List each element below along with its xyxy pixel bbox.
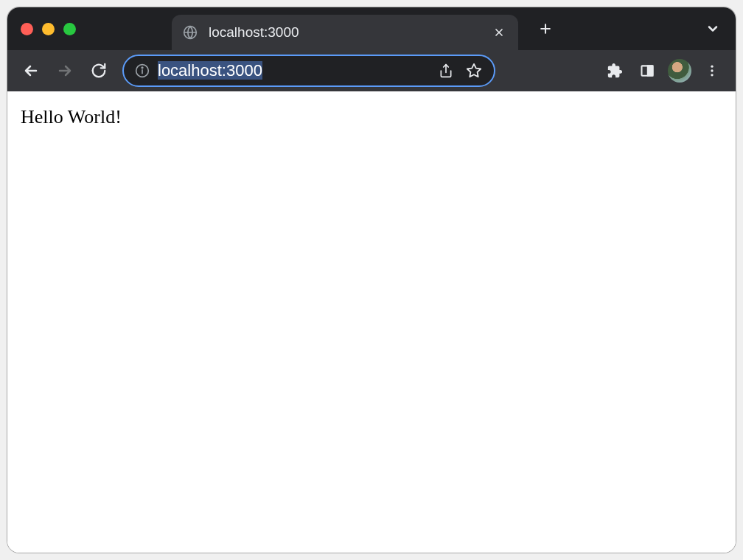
browser-tab[interactable]: localhost:3000 (172, 15, 518, 50)
globe-icon (182, 24, 198, 41)
site-info-icon[interactable] (133, 61, 152, 80)
tab-bar: localhost:3000 (7, 7, 736, 50)
window-minimize-button[interactable] (42, 23, 55, 35)
toolbar-right (600, 56, 727, 85)
address-bar[interactable]: localhost:3000 (122, 55, 495, 87)
tab-actions (534, 18, 724, 40)
svg-point-10 (711, 74, 713, 76)
window-controls (21, 23, 76, 35)
browser-window: localhost:3000 (7, 7, 736, 553)
svg-point-9 (711, 69, 713, 71)
svg-marker-5 (467, 64, 481, 77)
forward-button[interactable] (50, 56, 80, 85)
url-input[interactable]: localhost:3000 (158, 61, 429, 80)
side-panel-button[interactable] (632, 56, 662, 85)
close-tab-button[interactable] (490, 24, 508, 41)
toolbar: localhost:3000 (7, 50, 736, 91)
page-content: Hello World! (7, 91, 736, 553)
window-close-button[interactable] (21, 23, 33, 35)
extensions-button[interactable] (600, 56, 629, 85)
svg-rect-7 (648, 66, 653, 75)
profile-avatar[interactable] (668, 59, 691, 83)
back-button[interactable] (16, 56, 46, 85)
more-menu-button[interactable] (697, 56, 727, 85)
page-body-text: Hello World! (21, 106, 722, 128)
tabs-dropdown-button[interactable] (702, 18, 724, 40)
window-maximize-button[interactable] (63, 23, 76, 35)
share-icon[interactable] (435, 60, 457, 82)
reload-button[interactable] (84, 56, 114, 85)
svg-point-8 (711, 66, 713, 68)
tab-title: localhost:3000 (209, 24, 490, 41)
svg-point-3 (142, 67, 143, 69)
new-tab-button[interactable] (534, 18, 557, 40)
bookmark-icon[interactable] (463, 60, 485, 82)
